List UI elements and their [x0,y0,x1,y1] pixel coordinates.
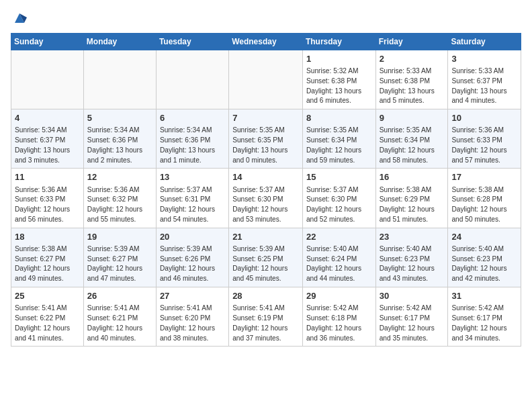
calendar-day-cell: 15Sunrise: 5:37 AM Sunset: 6:30 PM Dayli… [302,169,375,228]
calendar-day-cell: 16Sunrise: 5:38 AM Sunset: 6:29 PM Dayli… [375,169,448,228]
calendar-week-row: 18Sunrise: 5:38 AM Sunset: 6:27 PM Dayli… [11,228,521,287]
calendar-day-cell: 30Sunrise: 5:42 AM Sunset: 6:17 PM Dayli… [375,287,448,347]
day-info: Sunrise: 5:33 AM Sunset: 6:37 PM Dayligh… [451,66,517,106]
day-number: 8 [306,112,372,124]
day-info: Sunrise: 5:42 AM Sunset: 6:18 PM Dayligh… [306,304,372,343]
day-number: 20 [160,231,225,243]
day-info: Sunrise: 5:38 AM Sunset: 6:28 PM Dayligh… [451,185,517,225]
logo-icon [12,11,27,26]
calendar-day-cell [83,50,156,109]
day-number: 21 [232,231,299,243]
calendar-day-cell: 4Sunrise: 5:34 AM Sunset: 6:37 PM Daylig… [11,109,84,169]
calendar-day-cell [11,50,84,109]
day-info: Sunrise: 5:41 AM Sunset: 6:19 PM Dayligh… [232,304,299,343]
day-info: Sunrise: 5:39 AM Sunset: 6:25 PM Dayligh… [232,244,299,284]
calendar-day-cell [156,50,228,109]
day-number: 15 [306,171,372,183]
calendar-day-cell: 21Sunrise: 5:39 AM Sunset: 6:25 PM Dayli… [229,228,303,287]
day-info: Sunrise: 5:40 AM Sunset: 6:23 PM Dayligh… [380,244,445,284]
day-info: Sunrise: 5:35 AM Sunset: 6:35 PM Dayligh… [232,126,299,165]
day-number: 9 [380,112,445,124]
calendar-day-cell: 5Sunrise: 5:34 AM Sunset: 6:36 PM Daylig… [83,109,156,169]
day-info: Sunrise: 5:37 AM Sunset: 6:30 PM Dayligh… [232,185,299,225]
day-info: Sunrise: 5:40 AM Sunset: 6:23 PM Dayligh… [451,244,517,284]
day-number: 17 [451,171,517,183]
calendar-day-cell: 13Sunrise: 5:37 AM Sunset: 6:31 PM Dayli… [156,169,228,228]
calendar-day-cell: 12Sunrise: 5:36 AM Sunset: 6:32 PM Dayli… [83,169,156,228]
day-number: 2 [380,53,445,65]
day-info: Sunrise: 5:32 AM Sunset: 6:38 PM Dayligh… [306,66,372,106]
calendar-day-cell: 17Sunrise: 5:38 AM Sunset: 6:28 PM Dayli… [448,169,521,228]
day-info: Sunrise: 5:41 AM Sunset: 6:22 PM Dayligh… [15,304,80,343]
day-number: 23 [380,231,445,243]
calendar-day-cell: 31Sunrise: 5:42 AM Sunset: 6:17 PM Dayli… [448,287,521,347]
logo [11,11,27,29]
day-info: Sunrise: 5:36 AM Sunset: 6:33 PM Dayligh… [15,185,80,225]
day-info: Sunrise: 5:42 AM Sunset: 6:17 PM Dayligh… [451,304,517,343]
day-info: Sunrise: 5:41 AM Sunset: 6:20 PM Dayligh… [160,304,225,343]
day-number: 12 [87,171,152,183]
calendar-day-cell: 3Sunrise: 5:33 AM Sunset: 6:37 PM Daylig… [448,50,521,109]
day-info: Sunrise: 5:36 AM Sunset: 6:32 PM Dayligh… [87,185,152,225]
day-number: 13 [160,171,225,183]
weekday-header-monday: Monday [83,33,156,50]
calendar-day-cell: 27Sunrise: 5:41 AM Sunset: 6:20 PM Dayli… [156,287,228,347]
day-number: 18 [15,231,80,243]
day-number: 4 [15,112,80,124]
day-info: Sunrise: 5:39 AM Sunset: 6:26 PM Dayligh… [160,244,225,284]
day-number: 5 [87,112,152,124]
calendar-day-cell: 11Sunrise: 5:36 AM Sunset: 6:33 PM Dayli… [11,169,84,228]
day-info: Sunrise: 5:36 AM Sunset: 6:33 PM Dayligh… [451,126,517,165]
day-number: 26 [87,290,152,302]
calendar-day-cell: 22Sunrise: 5:40 AM Sunset: 6:24 PM Dayli… [302,228,375,287]
day-number: 6 [160,112,225,124]
day-info: Sunrise: 5:39 AM Sunset: 6:27 PM Dayligh… [87,244,152,284]
calendar-day-cell: 14Sunrise: 5:37 AM Sunset: 6:30 PM Dayli… [229,169,303,228]
calendar-day-cell: 23Sunrise: 5:40 AM Sunset: 6:23 PM Dayli… [375,228,448,287]
calendar-day-cell: 7Sunrise: 5:35 AM Sunset: 6:35 PM Daylig… [229,109,303,169]
weekday-header-friday: Friday [375,33,448,50]
day-info: Sunrise: 5:42 AM Sunset: 6:17 PM Dayligh… [380,304,445,343]
day-number: 11 [15,171,80,183]
calendar-table: SundayMondayTuesdayWednesdayThursdayFrid… [11,33,521,347]
calendar-week-row: 1Sunrise: 5:32 AM Sunset: 6:38 PM Daylig… [11,50,521,109]
calendar-day-cell [229,50,303,109]
day-number: 10 [451,112,517,124]
day-info: Sunrise: 5:41 AM Sunset: 6:21 PM Dayligh… [87,304,152,343]
day-number: 24 [451,231,517,243]
weekday-header-thursday: Thursday [302,33,375,50]
day-number: 27 [160,290,225,302]
calendar-day-cell: 20Sunrise: 5:39 AM Sunset: 6:26 PM Dayli… [156,228,228,287]
calendar-day-cell: 28Sunrise: 5:41 AM Sunset: 6:19 PM Dayli… [229,287,303,347]
day-info: Sunrise: 5:37 AM Sunset: 6:30 PM Dayligh… [306,185,372,225]
calendar-day-cell: 29Sunrise: 5:42 AM Sunset: 6:18 PM Dayli… [302,287,375,347]
calendar-day-cell: 25Sunrise: 5:41 AM Sunset: 6:22 PM Dayli… [11,287,84,347]
day-number: 30 [380,290,445,302]
calendar-day-cell: 26Sunrise: 5:41 AM Sunset: 6:21 PM Dayli… [83,287,156,347]
day-number: 31 [451,290,517,302]
weekday-header-saturday: Saturday [448,33,521,50]
day-number: 25 [15,290,80,302]
day-number: 19 [87,231,152,243]
header [11,7,521,29]
calendar-day-cell: 19Sunrise: 5:39 AM Sunset: 6:27 PM Dayli… [83,228,156,287]
calendar-week-row: 25Sunrise: 5:41 AM Sunset: 6:22 PM Dayli… [11,287,521,347]
calendar-week-row: 4Sunrise: 5:34 AM Sunset: 6:37 PM Daylig… [11,109,521,169]
day-info: Sunrise: 5:40 AM Sunset: 6:24 PM Dayligh… [306,244,372,284]
calendar-day-cell: 2Sunrise: 5:33 AM Sunset: 6:38 PM Daylig… [375,50,448,109]
calendar-day-cell: 1Sunrise: 5:32 AM Sunset: 6:38 PM Daylig… [302,50,375,109]
calendar-day-cell: 6Sunrise: 5:34 AM Sunset: 6:36 PM Daylig… [156,109,228,169]
calendar-day-cell: 18Sunrise: 5:38 AM Sunset: 6:27 PM Dayli… [11,228,84,287]
weekday-header-row: SundayMondayTuesdayWednesdayThursdayFrid… [11,33,521,50]
calendar-day-cell: 24Sunrise: 5:40 AM Sunset: 6:23 PM Dayli… [448,228,521,287]
day-info: Sunrise: 5:35 AM Sunset: 6:34 PM Dayligh… [306,126,372,165]
day-info: Sunrise: 5:33 AM Sunset: 6:38 PM Dayligh… [380,66,445,106]
day-number: 22 [306,231,372,243]
day-number: 7 [232,112,299,124]
weekday-header-sunday: Sunday [11,33,84,50]
calendar-day-cell: 8Sunrise: 5:35 AM Sunset: 6:34 PM Daylig… [302,109,375,169]
calendar-day-cell: 9Sunrise: 5:35 AM Sunset: 6:34 PM Daylig… [375,109,448,169]
weekday-header-wednesday: Wednesday [229,33,303,50]
calendar-week-row: 11Sunrise: 5:36 AM Sunset: 6:33 PM Dayli… [11,169,521,228]
day-number: 28 [232,290,299,302]
